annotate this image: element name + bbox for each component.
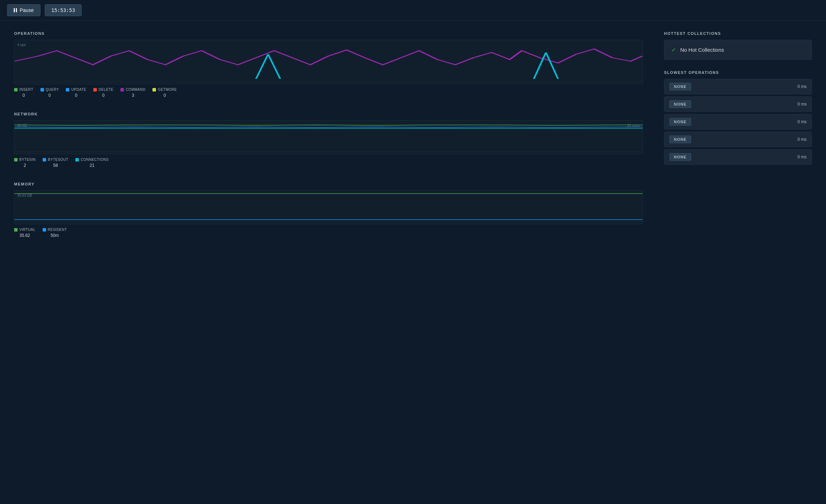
main-content: OPERATIONS 4 ops INSERT xyxy=(0,21,826,248)
ops-y-label: 4 ops xyxy=(17,43,26,47)
hottest-collections-section: HOTTEST COLLECTIONS ✓ No Hot Collections xyxy=(664,31,812,60)
query-value: 0 xyxy=(49,93,51,98)
insert-value: 0 xyxy=(23,93,25,98)
getmore-value: 0 xyxy=(164,93,166,98)
connections-label: CONNECTIONS xyxy=(81,158,108,162)
memory-title: MEMORY xyxy=(14,182,643,186)
pause-button[interactable]: Pause xyxy=(7,4,40,16)
timestamp-display: 15:53:53 xyxy=(45,4,82,16)
none-badge-4[interactable]: NONE xyxy=(669,153,691,161)
bytesin-dot xyxy=(14,158,18,162)
resident-value: 50m xyxy=(51,233,59,238)
operations-chart xyxy=(14,40,643,82)
delete-dot xyxy=(93,88,97,92)
command-label: COMMAND xyxy=(126,88,145,92)
legend-query: QUERY 0 xyxy=(40,88,59,98)
insert-dot xyxy=(14,88,18,92)
bytesin-label: BYTESIN xyxy=(19,158,36,162)
right-column: HOTTEST COLLECTIONS ✓ No Hot Collections… xyxy=(664,31,812,238)
legend-virtual: VIRTUAL 35.62 xyxy=(14,228,36,238)
topbar: Pause 15:53:53 xyxy=(0,0,826,21)
ms-value-1: 0 ms xyxy=(797,102,807,107)
none-badge-3[interactable]: NONE xyxy=(669,136,691,143)
slowest-operations-section: SLOWEST OPERATIONS NONE 0 ms NONE 0 ms N… xyxy=(664,70,812,165)
hottest-collections-title: HOTTEST COLLECTIONS xyxy=(664,31,812,36)
operations-section: OPERATIONS 4 ops INSERT xyxy=(14,31,643,98)
slowest-ops-list: NONE 0 ms NONE 0 ms NONE 0 ms NONE 0 ms … xyxy=(664,79,812,165)
legend-command: COMMAND 3 xyxy=(120,88,145,98)
connections-dot xyxy=(75,158,79,162)
ms-value-3: 0 ms xyxy=(797,137,807,142)
left-column: OPERATIONS 4 ops INSERT xyxy=(14,31,643,238)
operations-title: OPERATIONS xyxy=(14,31,643,36)
update-value: 0 xyxy=(75,93,77,98)
mem-y-label: 35.63 GB xyxy=(17,194,32,197)
ms-value-0: 0 ms xyxy=(797,84,807,89)
resident-dot xyxy=(43,228,46,232)
bytesout-label: BYTESOUT xyxy=(48,158,68,162)
legend-getmore: GETMORE 0 xyxy=(152,88,177,98)
ms-value-4: 0 ms xyxy=(797,155,807,159)
slowest-row-1: NONE 0 ms xyxy=(664,96,812,112)
network-title: NETWORK xyxy=(14,112,643,116)
slowest-row-2: NONE 0 ms xyxy=(664,114,812,130)
ms-value-2: 0 ms xyxy=(797,119,807,124)
update-dot xyxy=(66,88,69,92)
network-section: NETWORK 60 KB 21 conn B xyxy=(14,112,643,168)
legend-insert: INSERT 0 xyxy=(14,88,33,98)
net-y-right-label: 21 conn xyxy=(627,124,640,127)
legend-update: UPDATE 0 xyxy=(66,88,86,98)
bytesout-value: 58 xyxy=(53,163,58,168)
memory-chart-area: 35.63 GB xyxy=(14,190,643,224)
virtual-dot xyxy=(14,228,18,232)
getmore-label: GETMORE xyxy=(158,88,177,92)
slowest-row-4: NONE 0 ms xyxy=(664,149,812,165)
hottest-collections-box: ✓ No Hot Collections xyxy=(664,40,812,60)
legend-resident: RESIDENT 50m xyxy=(43,228,67,238)
delete-label: DELETE xyxy=(99,88,113,92)
no-hot-collections-text: No Hot Collections xyxy=(680,47,724,53)
bytesout-dot xyxy=(43,158,46,162)
memory-chart xyxy=(14,191,643,222)
delete-value: 0 xyxy=(102,93,105,98)
legend-bytesout: BYTESOUT 58 xyxy=(43,158,68,168)
operations-chart-area: 4 ops xyxy=(14,40,643,84)
query-dot xyxy=(40,88,44,92)
command-value: 3 xyxy=(132,93,134,98)
net-y-label: 60 KB xyxy=(17,124,27,127)
checkmark-icon: ✓ xyxy=(671,46,676,53)
network-chart-area: 60 KB 21 conn xyxy=(14,120,643,154)
pause-label: Pause xyxy=(20,7,34,13)
getmore-dot xyxy=(152,88,156,92)
connections-value: 21 xyxy=(90,163,94,168)
none-badge-1[interactable]: NONE xyxy=(669,100,691,108)
pause-icon xyxy=(14,8,17,12)
update-label: UPDATE xyxy=(71,88,86,92)
bytesin-value: 2 xyxy=(24,163,26,168)
net-legend: BYTESIN 2 BYTESOUT 58 CONNECTIONS xyxy=(14,158,643,168)
virtual-label: VIRTUAL xyxy=(19,228,36,232)
legend-delete: DELETE 0 xyxy=(93,88,113,98)
insert-label: INSERT xyxy=(19,88,33,92)
command-dot xyxy=(120,88,124,92)
slowest-row-3: NONE 0 ms xyxy=(664,132,812,147)
none-badge-0[interactable]: NONE xyxy=(669,83,691,90)
virtual-value: 35.62 xyxy=(19,233,30,238)
resident-label: RESIDENT xyxy=(48,228,67,232)
legend-connections: CONNECTIONS 21 xyxy=(75,158,108,168)
network-chart xyxy=(14,121,643,152)
mem-legend: VIRTUAL 35.62 RESIDENT 50m xyxy=(14,228,643,238)
slowest-row-0: NONE 0 ms xyxy=(664,79,812,94)
memory-section: MEMORY 35.63 GB VIRTUAL 35.62 xyxy=(14,182,643,238)
slowest-ops-title: SLOWEST OPERATIONS xyxy=(664,70,812,75)
legend-bytesin: BYTESIN 2 xyxy=(14,158,36,168)
query-label: QUERY xyxy=(46,88,59,92)
ops-legend: INSERT 0 QUERY 0 UPDATE 0 xyxy=(14,88,643,98)
none-badge-2[interactable]: NONE xyxy=(669,118,691,126)
